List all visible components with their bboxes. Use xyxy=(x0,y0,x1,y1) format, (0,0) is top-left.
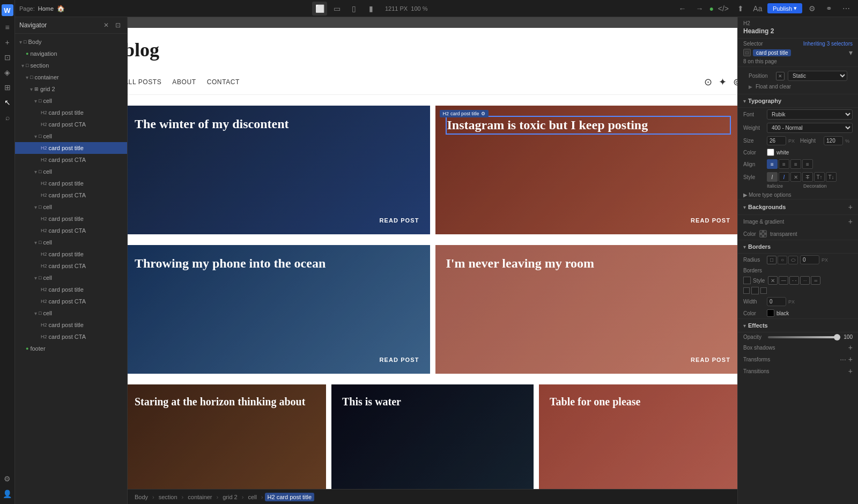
italic-btn[interactable]: I xyxy=(767,172,778,182)
components-icon[interactable]: ⊡ xyxy=(2,51,13,63)
nav-item-card-cta-4[interactable]: H2 card post CTA xyxy=(15,225,127,236)
nav-item-card-cta-7[interactable]: H2 card post CTA xyxy=(15,331,127,343)
border-checkbox-3[interactable] xyxy=(760,287,767,294)
phone-view-btn[interactable]: ▮ xyxy=(364,2,379,16)
nav-item-footer[interactable]: ● footer xyxy=(15,343,127,354)
nav-item-card-cta-1[interactable]: H2 card post CTA xyxy=(15,118,127,130)
bold-btn[interactable]: I xyxy=(779,172,789,182)
undo-btn[interactable]: ← xyxy=(675,2,690,16)
position-x-btn[interactable]: ✕ xyxy=(776,72,785,80)
nav-item-body[interactable]: ▾ □ Body xyxy=(15,36,127,48)
selector-dropdown-btn[interactable]: ▾ xyxy=(849,48,853,57)
nav-item-navigation[interactable]: ● navigation xyxy=(15,48,127,60)
selector-badge[interactable]: card post title xyxy=(753,49,791,56)
border-checkbox-1[interactable] xyxy=(743,287,750,294)
nav-item-card-title-7[interactable]: H2 card post title xyxy=(15,319,127,331)
superscript-btn[interactable]: T↑ xyxy=(814,172,825,182)
add-transition-btn[interactable]: + xyxy=(848,367,853,375)
assets-icon[interactable]: ◈ xyxy=(2,66,13,78)
border-style-x-btn[interactable]: ✕ xyxy=(768,276,778,285)
nav-item-card-cta-2[interactable]: H2 card post CTA xyxy=(15,154,127,166)
radius-input[interactable] xyxy=(800,255,819,264)
border-checkbox-2[interactable] xyxy=(751,287,759,294)
nav-link-contact[interactable]: CONTACT xyxy=(207,78,240,86)
align-center-btn[interactable]: ≡ xyxy=(779,159,789,169)
align-right-btn[interactable]: ≡ xyxy=(790,159,801,169)
mobile-view-btn[interactable]: ▯ xyxy=(346,2,361,16)
blog-card-4[interactable]: I'm never leaving my room READ POST xyxy=(435,245,738,374)
nav-link-about[interactable]: ABOUT xyxy=(172,78,196,86)
nav-item-card-cta-3[interactable]: H2 card post CTA xyxy=(15,189,127,201)
nav-item-cell7[interactable]: ▾ □ cell xyxy=(15,307,127,319)
github-icon[interactable]: ⊚ xyxy=(733,76,737,88)
nav-item-cell4[interactable]: ▾ □ cell xyxy=(15,201,127,213)
add-image-gradient-btn[interactable]: + xyxy=(848,217,853,226)
font-select[interactable]: Rubik xyxy=(767,109,853,120)
desktop-view-btn[interactable]: ⬜ xyxy=(312,2,327,16)
radius-all-btn[interactable]: □ xyxy=(767,256,776,264)
share-btn[interactable]: ⬆ xyxy=(733,2,748,16)
weight-select[interactable]: 400 - Normal 700 - Bold xyxy=(767,123,853,133)
selector-inherit[interactable]: Inheriting 3 selectors xyxy=(803,41,853,47)
effects-header[interactable]: ▾ Effects xyxy=(738,319,858,332)
add-box-shadow-btn[interactable]: + xyxy=(848,343,853,352)
cursor-icon[interactable]: ↖ xyxy=(2,97,13,108)
nav-item-card-cta-5[interactable]: H2 card post CTA xyxy=(15,260,127,272)
navigator-close-btn[interactable]: ✕ xyxy=(101,20,111,30)
nav-item-card-title-2-selected[interactable]: H2 card post title xyxy=(15,142,127,154)
border-dotted-btn[interactable]: ··· xyxy=(800,276,810,285)
nav-item-section[interactable]: ▾ □ section xyxy=(15,60,127,71)
nav-item-grid2[interactable]: ▾ ⊞ grid 2 xyxy=(15,83,127,95)
height-input[interactable] xyxy=(824,136,843,145)
add-icon[interactable]: + xyxy=(2,36,13,48)
search-icon[interactable]: ⌕ xyxy=(2,112,13,123)
blog-card-5[interactable]: Staring at the horizon thinking about xyxy=(128,384,326,489)
instagram-icon[interactable]: ⊙ xyxy=(704,76,712,88)
bc-cell[interactable]: cell xyxy=(245,493,260,501)
navigator-icon[interactable]: ≡ xyxy=(2,21,13,33)
settings-top-btn[interactable]: ⚙ xyxy=(804,2,819,16)
blog-card-2[interactable]: H2 card post title ⚙ Instagram is toxic … xyxy=(435,106,738,234)
canvas-wrapper[interactable]: blog ALL POSTS ABOUT CONTACT ⊙ ✦ ⊚ xyxy=(128,17,737,489)
bc-grid2[interactable]: grid 2 xyxy=(220,493,240,501)
nav-item-card-title-4[interactable]: H2 card post title xyxy=(15,213,127,225)
nav-item-card-title-3[interactable]: H2 card post title xyxy=(15,177,127,189)
add-background-btn[interactable]: + xyxy=(848,203,853,211)
nav-item-container[interactable]: ▾ □ container xyxy=(15,71,127,83)
blog-card-6[interactable]: This is water xyxy=(331,384,534,489)
tablet-view-btn[interactable]: ▭ xyxy=(329,2,344,16)
bc-card-post-title[interactable]: H2 card post title xyxy=(265,493,315,501)
nav-item-cell5[interactable]: ▾ □ cell xyxy=(15,236,127,248)
typography-header[interactable]: ▾ Typography xyxy=(738,94,858,108)
nav-item-cell3[interactable]: ▾ □ cell xyxy=(15,166,127,177)
redo-btn[interactable]: → xyxy=(692,2,707,16)
border-width-input[interactable] xyxy=(767,297,786,306)
nav-item-card-title-5[interactable]: H2 card post title xyxy=(15,248,127,260)
subscript-btn[interactable]: T↓ xyxy=(826,172,837,182)
border-double-btn[interactable]: ═ xyxy=(811,276,820,285)
float-label[interactable]: Float and clear xyxy=(756,84,791,90)
color-swatch[interactable] xyxy=(767,149,774,156)
more-btn[interactable]: ⋯ xyxy=(839,2,854,16)
nav-item-cell1[interactable]: ▾ □ cell xyxy=(15,95,127,107)
underline-btn[interactable]: ✕ xyxy=(790,172,801,182)
nav-link-all-posts[interactable]: ALL POSTS xyxy=(128,78,161,86)
code-view-btn[interactable]: </> xyxy=(716,2,731,16)
radius-pill-btn[interactable]: ⬭ xyxy=(788,256,798,264)
nav-item-cell2[interactable]: ▾ □ cell xyxy=(15,130,127,142)
transforms-more-btn[interactable]: ··· xyxy=(840,355,846,364)
pages-icon[interactable]: ⊞ xyxy=(2,81,13,93)
nav-item-card-title-1[interactable]: H2 card post title xyxy=(15,107,127,118)
border-all-checkbox[interactable] xyxy=(743,277,751,284)
borders-header[interactable]: ▾ Borders xyxy=(738,240,858,254)
position-select[interactable]: Static Relative Absolute Fixed xyxy=(788,71,847,81)
radius-circle-btn[interactable]: ○ xyxy=(778,256,787,264)
collaboration-btn[interactable]: ⚭ xyxy=(822,2,837,16)
opacity-slider[interactable] xyxy=(768,336,840,338)
twitter-icon[interactable]: ✦ xyxy=(719,76,727,88)
page-name[interactable]: Home xyxy=(38,5,54,12)
settings-icon[interactable]: ⚙ xyxy=(2,473,13,485)
bc-container[interactable]: container xyxy=(185,493,214,501)
more-type-options-link[interactable]: ▶ More type options xyxy=(738,191,858,199)
backgrounds-header[interactable]: ▾ Backgrounds + xyxy=(738,199,858,215)
